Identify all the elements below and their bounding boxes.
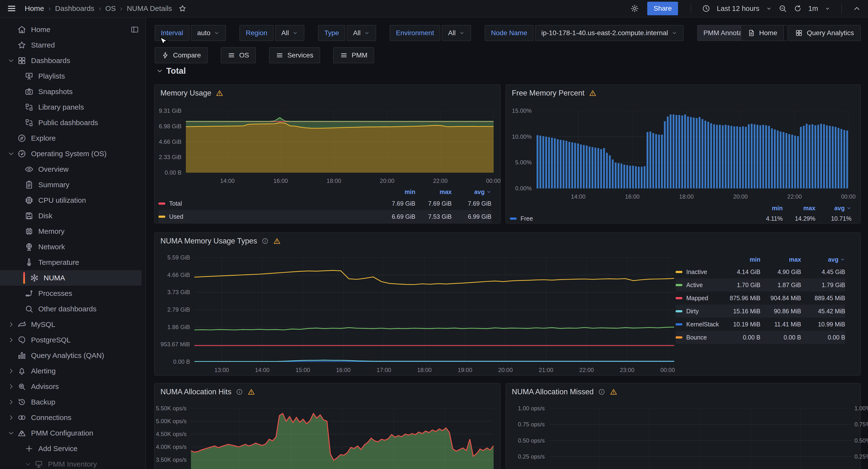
numa-alloc-missed-chart[interactable]: [549, 408, 851, 469]
os-button[interactable]: OS: [221, 47, 256, 63]
favorite-star-icon[interactable]: [178, 4, 187, 12]
sidebar-item-dashboards[interactable]: Dashboards: [0, 53, 145, 68]
services-button[interactable]: Services: [269, 47, 320, 63]
sidebar-item-starred[interactable]: Starred: [0, 37, 145, 53]
section-header-total[interactable]: Total: [156, 66, 186, 76]
legend-row-inactive[interactable]: Inactive4.14 GiB4.90 GiB4.45 GiB: [676, 265, 845, 279]
sidebar-item-advisors[interactable]: Advisors: [0, 379, 145, 394]
legend-value: 4.45 GiB: [801, 268, 845, 275]
panel-title-text: Free Memory Percent: [512, 89, 585, 97]
sidebar-item-public-dashboards[interactable]: Public dashboards: [0, 115, 145, 130]
sidebar-item-query-analytics-qan[interactable]: Query Analytics (QAN): [0, 348, 145, 363]
sidebar-item-library-panels[interactable]: Library panels: [0, 99, 145, 115]
zoom-out-icon[interactable]: [778, 4, 787, 13]
filter-value-dropdown[interactable]: ip-10-178-1-40.us-east-2.compute.interna…: [535, 25, 684, 41]
menu-icon[interactable]: [7, 4, 17, 13]
sidebar-collapse-icon: [130, 25, 139, 34]
y-axis-label-right: 0.25%: [855, 453, 868, 460]
legend-col-max[interactable]: max: [761, 256, 801, 263]
breadcrumb-home[interactable]: Home: [25, 4, 44, 12]
sidebar-item-network[interactable]: Network: [0, 239, 145, 255]
legend-row-mapped[interactable]: Mapped875.96 MiB904.84 MiB889.45 MiB: [676, 292, 845, 304]
sidebar-item-mysql[interactable]: MySQL: [0, 317, 145, 332]
sidebar-item-processes[interactable]: Processes: [0, 286, 145, 301]
pmm-button[interactable]: PMM: [333, 47, 374, 63]
sidebar-item-numa[interactable]: NUMA: [0, 270, 142, 286]
home-button[interactable]: Home: [741, 25, 784, 41]
panel-title[interactable]: Memory Usage: [160, 89, 223, 97]
sidebar-item-overview[interactable]: Overview: [0, 162, 145, 177]
legend-row-bounce[interactable]: Bounce0.00 B0.00 B0.00 B: [676, 331, 845, 344]
legend-row-dirty[interactable]: Dirty15.16 MiB90.86 MiB45.42 MiB: [676, 304, 845, 318]
legend-col-max[interactable]: max: [415, 188, 452, 196]
sidebar-item-operating-system-os[interactable]: Operating System (OS): [0, 146, 145, 162]
collapse-up-icon[interactable]: [852, 4, 861, 13]
sidebar-item-temperature[interactable]: Temperature: [0, 255, 145, 270]
legend-col-min[interactable]: min: [379, 188, 415, 196]
sidebar-item-memory[interactable]: Memory: [0, 224, 145, 239]
legend-col-avg[interactable]: avg: [815, 205, 851, 212]
sidebar-item-alerting[interactable]: Alerting: [0, 363, 145, 379]
panel-title[interactable]: NUMA Allocation Missed: [512, 387, 617, 396]
legend-col-avg[interactable]: avg: [452, 188, 491, 196]
disk-icon: [23, 211, 35, 221]
sidebar-item-explore[interactable]: Explore: [0, 130, 145, 146]
legend-row-kernelstack[interactable]: KernelStack10.19 MiB11.41 MiB10.99 MiB: [676, 318, 845, 331]
numa-alloc-hits-chart[interactable]: [191, 408, 494, 469]
filter-value-dropdown[interactable]: All: [347, 25, 376, 41]
filter-value-dropdown[interactable]: All: [275, 25, 304, 41]
legend-col-min[interactable]: min: [720, 256, 761, 263]
sidebar-item-snapshots[interactable]: Snapshots: [0, 84, 145, 99]
y-axis-label: 5.00K ops/s: [156, 418, 187, 424]
sidebar-item-pmm-configuration[interactable]: PMM Configuration: [0, 426, 145, 441]
chevron-down-icon[interactable]: [766, 5, 772, 12]
sidebar-item-disk[interactable]: Disk: [0, 208, 145, 224]
filter-value-dropdown[interactable]: auto: [191, 25, 226, 41]
refresh-icon[interactable]: [794, 4, 802, 13]
numa-memory-types-chart[interactable]: [194, 258, 674, 362]
compare-button[interactable]: Compare: [155, 47, 208, 63]
sidebar-item-connections[interactable]: Connections: [0, 410, 145, 426]
breadcrumb-os[interactable]: OS: [105, 4, 116, 12]
panel-title[interactable]: Free Memory Percent: [512, 89, 597, 97]
legend-row-total[interactable]: Total7.69 GiB7.69 GiB7.69 GiB: [158, 197, 491, 210]
panel-title[interactable]: NUMA Memory Usage Types: [160, 237, 281, 245]
refresh-interval-select[interactable]: 1m: [808, 5, 818, 12]
chevron-down-icon[interactable]: [825, 5, 831, 12]
chevron-right-icon: [6, 336, 16, 344]
series-label: KernelStack: [686, 321, 719, 328]
sidebar-item-add-service[interactable]: Add Service: [0, 441, 145, 457]
memory-usage-chart[interactable]: [186, 111, 494, 173]
sidebar-item-pmm-inventory[interactable]: PMM Inventory: [0, 457, 145, 469]
chevron-down-icon: [6, 57, 16, 65]
sidebar-item-cpu-utilization[interactable]: CPU utilization: [0, 193, 145, 208]
panel-title[interactable]: NUMA Allocation Hits: [160, 387, 255, 396]
chevron-down-icon: [672, 30, 677, 36]
sidebar-item-postgresql[interactable]: PostgreSQL: [0, 332, 145, 348]
legend-row-used[interactable]: Used6.69 GiB7.53 GiB6.99 GiB: [158, 210, 491, 223]
legend-col-max[interactable]: max: [783, 205, 815, 212]
time-range-picker[interactable]: Last 12 hours: [717, 5, 760, 12]
legend-col-min[interactable]: min: [750, 205, 783, 212]
bars-icon: [340, 51, 348, 59]
sidebar-item-summary[interactable]: Summary: [0, 177, 145, 193]
panel-numa-alloc-hits: NUMA Allocation Hits5.50K ops/s5.00K ops…: [154, 383, 501, 469]
share-button[interactable]: Share: [647, 2, 678, 15]
connections-icon: [16, 413, 28, 422]
legend-col-avg[interactable]: avg: [801, 256, 845, 263]
series-color-swatch: [676, 310, 682, 312]
sidebar-item-playlists[interactable]: Playlists: [0, 68, 145, 84]
free-memory-chart[interactable]: [536, 111, 848, 188]
filter-value-dropdown[interactable]: All: [442, 25, 471, 41]
y-axis-label: 0.00 B: [165, 169, 182, 176]
dashboard-settings-gear-icon[interactable]: [630, 4, 639, 13]
legend-row-active[interactable]: Active1.70 GiB1.87 GiB1.79 GiB: [676, 279, 845, 292]
sidebar-item-backup[interactable]: Backup: [0, 394, 145, 410]
query-analytics-button[interactable]: Query Analytics: [788, 25, 861, 41]
legend-row-free[interactable]: Free4.11%14.29%10.71%: [510, 213, 851, 224]
sidebar-item-other-dashboards[interactable]: Other dashboards: [0, 301, 145, 317]
x-axis-label: 18:00: [414, 367, 434, 374]
chevron-down-icon: [840, 257, 845, 262]
breadcrumb-dashboards[interactable]: Dashboards: [55, 4, 94, 12]
sidebar-item-home[interactable]: Home: [0, 22, 145, 37]
